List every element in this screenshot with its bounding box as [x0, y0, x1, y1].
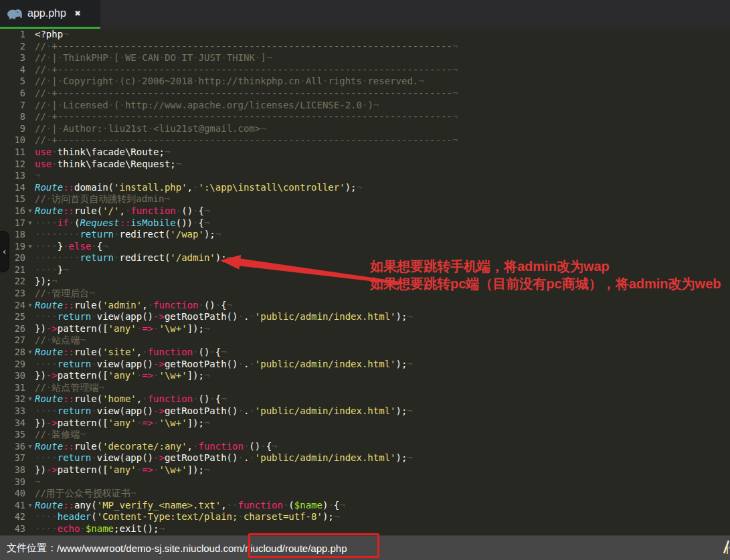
code-line[interactable]: 34})->pattern(['any'·=>·'\w+']);¬ — [0, 417, 730, 430]
code-line[interactable]: 29····return·view(app()->getRootPath()·.… — [0, 359, 730, 371]
whitespace-dots: ···· — [35, 452, 58, 463]
code-line[interactable]: 10//·+----------------------------------… — [0, 134, 730, 147]
code-line[interactable]: 5//·|·Copyright·(c)·2006~2018·http://thi… — [0, 76, 730, 88]
code-line[interactable]: 20········return·redirect('/admin');¬ — [0, 252, 730, 264]
line-number: 4 — [0, 64, 25, 76]
code-line[interactable]: 14Route::domain('install.php',·':\app\in… — [0, 182, 730, 194]
code-line[interactable]: 35//·装修端¬ — [0, 429, 730, 441]
whitespace-dots: · — [199, 300, 204, 310]
code-line[interactable]: 33····return·view(app()->getRootPath()·.… — [0, 405, 730, 417]
code-token: rule( — [74, 300, 102, 310]
code-line[interactable]: 2//·+-----------------------------------… — [0, 41, 730, 53]
eol-marker: ¬ — [63, 264, 68, 275]
code-line[interactable]: 17▼····if·(Request::isMobile())·{¬ — [0, 217, 730, 229]
tab-app-php[interactable]: app.php ✖ — [0, 0, 100, 29]
code-line[interactable]: 27//·站点端¬ — [0, 335, 730, 347]
code-line[interactable]: 1<?php¬ — [0, 29, 730, 41]
code-line[interactable]: 31//·站点管理端¬ — [0, 382, 730, 394]
whitespace-dots: · — [260, 441, 266, 452]
whitespace-dots: ···· — [35, 523, 58, 534]
tab-close-icon[interactable]: ✖ — [75, 7, 81, 19]
fold-marker-icon[interactable]: ▼ — [25, 241, 35, 253]
eol-marker: ¬ — [339, 500, 345, 510]
whitespace-dots: · — [238, 452, 243, 463]
fold-marker-icon[interactable]: ▼ — [25, 441, 35, 453]
code-line[interactable]: 43····echo·$name;exit();¬ — [0, 523, 730, 535]
code-line[interactable]: 4//·+-----------------------------------… — [0, 64, 730, 76]
code-token: 'decorate/:any' — [102, 441, 187, 452]
code-line[interactable]: 37····return·view(app()->getRootPath()·.… — [0, 452, 730, 464]
code-token: { — [215, 347, 221, 357]
code-token: ThinkPHP — [63, 52, 108, 63]
whitespace-dots: · — [58, 100, 63, 110]
code-line[interactable]: 21····}¬ — [0, 264, 730, 276]
code-line[interactable]: 26})->pattern(['any'·=>·'\w+']);¬ — [0, 323, 730, 335]
code-line[interactable]: 12use·think\facade\Request;¬ — [0, 159, 730, 171]
code-token: ); — [215, 252, 227, 263]
code-line[interactable]: 18········return·redirect('/wap');¬ — [0, 229, 730, 241]
line-number: 27 — [0, 335, 25, 347]
code-token: 'any' — [108, 323, 136, 334]
whitespace-dots: · — [193, 205, 198, 216]
code-token: () — [181, 205, 193, 216]
code-line[interactable]: 41▼Route::any('MP_verify_<name>.txt',··f… — [0, 500, 730, 512]
code-line[interactable]: 38})->pattern(['any'·=>·'\w+']);¬ — [0, 464, 730, 476]
whitespace-dots: · — [108, 52, 114, 63]
code-token: // — [35, 64, 46, 75]
code-token: => — [142, 323, 153, 334]
line-number: 24 — [0, 300, 25, 312]
code-token: ( — [91, 511, 96, 522]
code-line[interactable]: 24▼Route::rule('admin',·function·()·{¬ — [0, 300, 730, 312]
whitespace-dots: ···· — [35, 405, 58, 416]
code-line[interactable]: 36▼Route::rule('decorate/:any',·function… — [0, 441, 730, 453]
code-token: pattern([ — [58, 417, 108, 428]
code-line[interactable]: 11use·think\facade\Route;¬ — [0, 147, 730, 159]
code-line[interactable]: 19▼····}·else·{¬ — [0, 241, 730, 253]
fold-marker-icon[interactable]: ▼ — [25, 347, 35, 359]
panel-collapse-button[interactable]: ‹ — [0, 231, 9, 272]
code-token: DO — [165, 52, 176, 63]
code-line[interactable]: 40//用于公众号授权证书¬ — [0, 488, 730, 500]
code-line[interactable]: 32▼Route::rule('home',·function·()·{¬ — [0, 393, 730, 405]
fold-marker-icon[interactable]: ▼ — [25, 217, 35, 229]
code-token: IT — [181, 52, 193, 63]
eol-marker: ¬ — [452, 111, 458, 122]
code-token: return — [58, 311, 92, 322]
code-token: think\facade\Request; — [58, 159, 176, 169]
code-line[interactable]: 39¬ — [0, 476, 730, 488]
code-token: }) — [35, 464, 46, 475]
eol-marker: ¬ — [407, 359, 412, 369]
code-line[interactable]: 13¬ — [0, 170, 730, 182]
whitespace-dots: · — [300, 76, 305, 86]
code-line[interactable]: 6//·+-----------------------------------… — [0, 88, 730, 100]
eol-marker: ¬ — [373, 100, 379, 110]
code-line[interactable]: 3//·|·ThinkPHP·[·WE·CAN·DO·IT·JUST·THINK… — [0, 52, 730, 64]
line-number: 40 — [0, 488, 25, 500]
fold-marker-icon[interactable]: ▼ — [25, 500, 35, 512]
code-token: view(app() — [97, 405, 153, 416]
code-line[interactable]: 15//·访问首页自动跳转到admin¬ — [0, 193, 730, 205]
code-token: ( — [288, 500, 294, 510]
annotation-text-1: 如果想要跳转手机端，将admin改为wap — [370, 258, 610, 276]
fold-marker-icon[interactable]: ▼ — [25, 393, 35, 405]
line-number: 22 — [0, 276, 25, 288]
code-line[interactable]: 7//·|·Licensed·(·http://www.apache.org/l… — [0, 100, 730, 112]
code-line[interactable]: 16▼Route::rule('/',·function·()·{¬ — [0, 205, 730, 217]
code-line[interactable]: 28▼Route::rule('site',·function·()·{¬ — [0, 347, 730, 359]
code-line[interactable]: 9//·|·Author:·liu21st·<liu21st@gmail.com… — [0, 123, 730, 135]
code-line[interactable]: 25····return·view(app()->getRootPath()·.… — [0, 311, 730, 323]
line-number: 30 — [0, 370, 25, 382]
editor-window: app.php ✖ 1<?php¬2//·+------------------… — [0, 0, 730, 560]
eol-marker: ¬ — [407, 452, 412, 463]
code-line[interactable]: 8//·+-----------------------------------… — [0, 111, 730, 123]
code-line[interactable]: 42····header('Content-Type:text/plain;·c… — [0, 511, 730, 523]
fold-marker-icon[interactable]: ▼ — [25, 300, 35, 312]
whitespace-dots: · — [108, 100, 114, 110]
fold-marker-icon[interactable]: ▼ — [25, 205, 35, 217]
code-token: Route — [35, 441, 63, 452]
whitespace-dots: · — [136, 323, 142, 334]
code-line[interactable]: 30})->pattern(['any'·=>·'\w+']);¬ — [0, 370, 730, 382]
code-token: use — [35, 147, 52, 157]
whitespace-dots: · — [193, 52, 198, 63]
code-token: -> — [46, 370, 58, 381]
